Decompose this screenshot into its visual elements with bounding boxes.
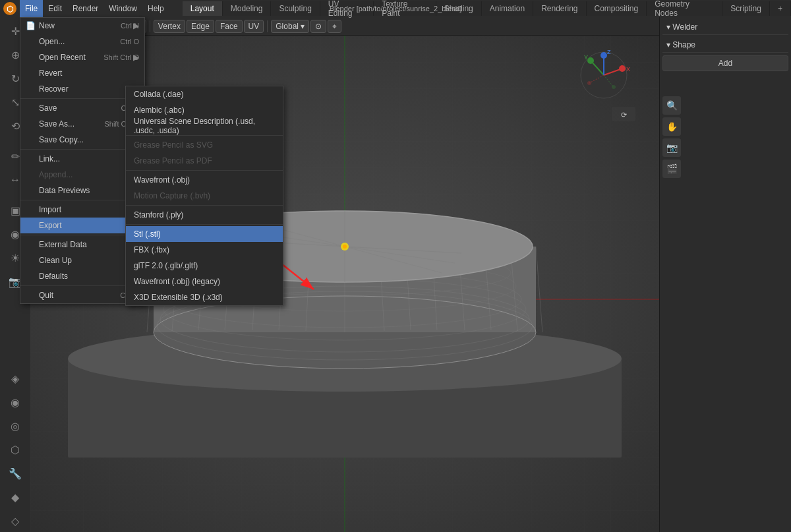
vertex-btn[interactable]: Vertex [154, 20, 185, 33]
hand-tool-icon[interactable]: ✋ [662, 117, 681, 136]
divider-1 [150, 20, 150, 32]
svg-text:⬡: ⬡ [7, 5, 14, 14]
right-sidebar: ▾ Welder ▾ Shape Add 🔍 ✋ 📷 🎬 [659, 17, 791, 532]
file-open-recent-shortcut: Shift Ctrl O [103, 53, 139, 61]
view-layer-icon[interactable]: ◈ [3, 367, 27, 390]
export-sep-1 [126, 135, 283, 136]
export-gltf[interactable]: glTF 2.0 (.glb/.gltf) [126, 258, 283, 274]
render-view-icon[interactable]: 🎬 [662, 160, 681, 178]
svg-point-45 [619, 65, 626, 72]
export-motion-capture: Motion Capture (.bvh) [126, 188, 283, 204]
export-grease-svg: Grease Pencil as SVG [126, 137, 283, 153]
uv-btn[interactable]: UV [244, 20, 264, 33]
camera-view-icon[interactable]: 📷 [662, 138, 681, 157]
modifier-icon[interactable]: 🔧 [3, 462, 27, 485]
file-new[interactable]: 📄 New Ctrl N ▶ [20, 18, 144, 34]
svg-point-56 [612, 85, 616, 89]
edit-menu[interactable]: Edit [43, 0, 67, 17]
file-open-shortcut: Ctrl O [120, 38, 139, 45]
add-button[interactable]: Add [662, 55, 788, 71]
window-title: Blender [path/to/project/sunrise_2_blend… [330, 5, 462, 13]
blender-logo-icon[interactable]: ⬡ [0, 0, 20, 17]
pivot-btn[interactable]: ⊙ [310, 20, 326, 33]
window-menu[interactable]: Window [103, 0, 142, 17]
export-wavefront-legacy[interactable]: Wavefront (.obj) (legacy) [126, 274, 283, 289]
snap-btn[interactable]: ⌖ [328, 20, 341, 33]
top-menubar: ⬡ File Edit Render Window Help Layout Mo… [0, 0, 791, 17]
export-universal-scene[interactable]: Universal Scene Description (.usd, .usdc… [126, 118, 283, 134]
chevron-down-icon: ▾ [301, 22, 305, 31]
face-btn[interactable]: Face [216, 20, 243, 33]
export-sep-3 [126, 205, 283, 206]
global-mode-btn[interactable]: Global ▾ [271, 20, 309, 33]
help-menu[interactable]: Help [142, 0, 169, 17]
divider-2 [267, 20, 268, 32]
export-alembic[interactable]: Alembic (.abc) [126, 102, 283, 118]
render-menu[interactable]: Render [67, 0, 103, 17]
svg-text:X: X [626, 66, 630, 73]
export-wavefront[interactable]: Wavefront (.obj) [126, 172, 283, 188]
shape-panel-title: ▾ Shape [662, 38, 788, 53]
tab-layout[interactable]: Layout [183, 1, 223, 16]
object-icon[interactable]: ⬡ [3, 438, 27, 461]
tab-sculpting[interactable]: Sculpting [271, 1, 320, 16]
export-x3d[interactable]: X3D Extensible 3D (.x3d) [126, 289, 283, 305]
file-open[interactable]: Open... Ctrl O [20, 34, 144, 49]
world-icon[interactable]: ◎ [3, 415, 27, 437]
physics-icon[interactable]: ◇ [3, 510, 27, 532]
welder-panel-title: ▾ Welder [662, 20, 788, 35]
tab-add[interactable]: + [770, 1, 791, 16]
global-mode-label: Global [276, 22, 299, 31]
svg-point-48 [587, 57, 594, 64]
zoom-in-icon[interactable]: 🔍 [662, 96, 681, 115]
tab-modeling[interactable]: Modeling [223, 1, 272, 16]
tab-geometry-nodes[interactable]: Geometry Nodes [647, 1, 722, 16]
export-grease-pdf: Grease Pencil as PDF [126, 153, 283, 169]
file-open-recent[interactable]: Open Recent ▶ Shift Ctrl O [20, 49, 144, 65]
scene-icon[interactable]: ◉ [3, 391, 27, 413]
edge-btn[interactable]: Edge [187, 20, 214, 33]
export-submenu: Collada (.dae) Alembic (.abc) Universal … [125, 86, 283, 306]
export-collada[interactable]: Collada (.dae) [126, 86, 283, 102]
tab-scripting[interactable]: Scripting [722, 1, 770, 16]
export-sep-4 [126, 224, 283, 225]
svg-point-54 [587, 81, 591, 85]
file-revert[interactable]: Revert [20, 65, 144, 81]
svg-point-51 [601, 52, 607, 59]
export-stanford[interactable]: Stanford (.ply) [126, 207, 283, 223]
export-fbx[interactable]: FBX (.fbx) [126, 242, 283, 258]
file-menu[interactable]: File [20, 0, 43, 17]
svg-text:Z: Z [607, 49, 611, 55]
file-new-icon: 📄 [26, 21, 36, 30]
svg-text:Y: Y [584, 54, 588, 61]
export-stl[interactable]: Stl (.stl) [126, 226, 283, 242]
particles-icon[interactable]: ◆ [3, 486, 27, 508]
svg-point-40 [343, 245, 347, 249]
tab-compositing[interactable]: Compositing [587, 1, 647, 16]
file-new-arrow: ▶ [133, 21, 139, 30]
tab-rendering[interactable]: Rendering [533, 1, 586, 16]
svg-text:⟳: ⟳ [621, 111, 627, 119]
tab-animation[interactable]: Animation [482, 1, 533, 16]
export-sep-2 [126, 170, 283, 171]
